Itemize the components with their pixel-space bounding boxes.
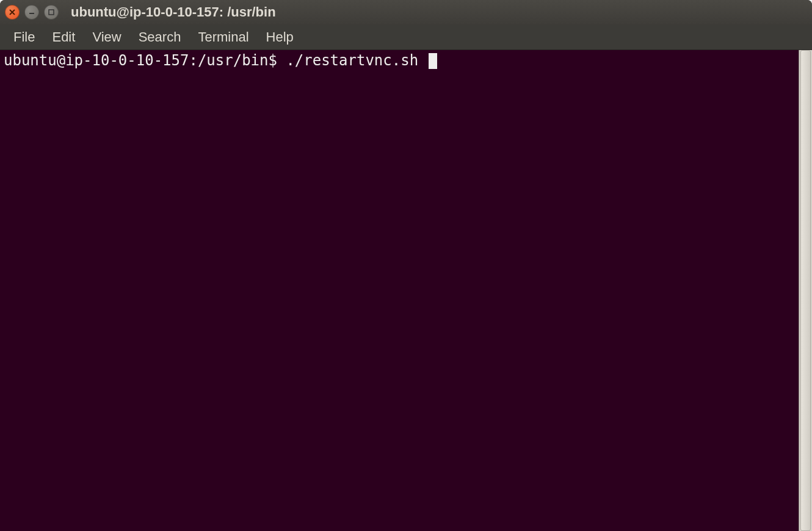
scrollbar-thumb[interactable]	[800, 50, 811, 531]
terminal-command: ./restartvnc.sh	[286, 52, 427, 69]
maximize-button[interactable]	[44, 5, 59, 20]
window-title: ubuntu@ip-10-0-10-157: /usr/bin	[71, 4, 276, 20]
terminal-cursor	[429, 53, 437, 69]
svg-rect-0	[49, 10, 54, 15]
terminal-area: ubuntu@ip-10-0-10-157:/usr/bin$ ./restar…	[0, 50, 812, 531]
menu-view[interactable]: View	[85, 27, 128, 48]
menu-help[interactable]: Help	[259, 27, 301, 48]
menu-edit[interactable]: Edit	[45, 27, 82, 48]
scrollbar[interactable]	[799, 50, 812, 531]
terminal-prompt: ubuntu@ip-10-0-10-157:/usr/bin$	[4, 52, 286, 69]
terminal-window: ubuntu@ip-10-0-10-157: /usr/bin File Edi…	[0, 0, 812, 531]
menubar: File Edit View Search Terminal Help	[0, 24, 812, 50]
menu-terminal[interactable]: Terminal	[190, 27, 256, 48]
menu-file[interactable]: File	[6, 27, 42, 48]
menu-search[interactable]: Search	[131, 27, 189, 48]
terminal-content[interactable]: ubuntu@ip-10-0-10-157:/usr/bin$ ./restar…	[0, 50, 799, 531]
titlebar[interactable]: ubuntu@ip-10-0-10-157: /usr/bin	[0, 0, 812, 24]
window-controls	[5, 5, 59, 20]
close-button[interactable]	[5, 5, 20, 20]
minimize-button[interactable]	[24, 5, 39, 20]
